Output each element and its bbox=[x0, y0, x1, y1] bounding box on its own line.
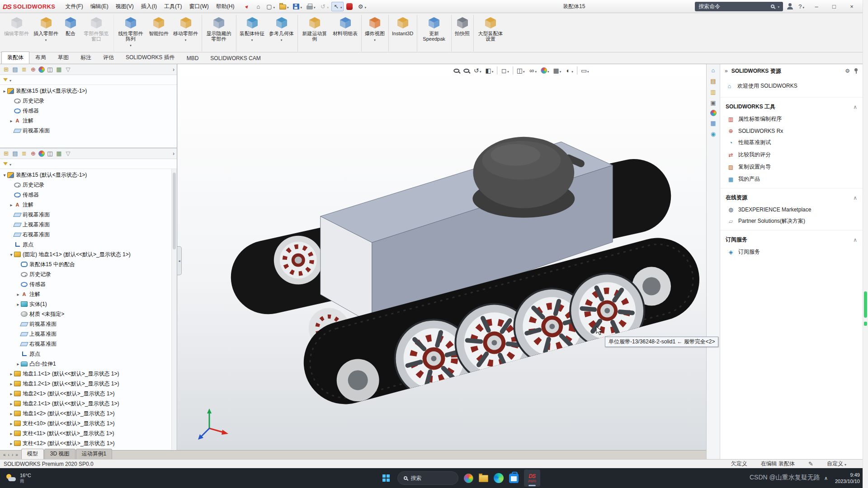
print-icon[interactable] bbox=[305, 2, 317, 11]
ribbon-button[interactable]: Instant3D bbox=[390, 15, 417, 52]
options-gear-icon[interactable]: ⚙ bbox=[355, 2, 368, 11]
feature-manager-icon[interactable]: ⊞ bbox=[2, 150, 10, 157]
scrollbar-thumb[interactable] bbox=[864, 291, 867, 318]
tree-item[interactable]: 原点 bbox=[0, 349, 177, 359]
collapse-section-icon[interactable]: ∧ bbox=[853, 195, 857, 201]
taskpane-item[interactable]: ◔ 性能基准测试 bbox=[720, 136, 863, 149]
menu-item[interactable]: 窗口(W) bbox=[185, 0, 212, 13]
tree-item[interactable]: 传感器 bbox=[0, 190, 177, 200]
scrollbar-thumb[interactable] bbox=[173, 173, 176, 249]
menu-item[interactable]: 工具(T) bbox=[160, 0, 185, 13]
collapse-taskpane-icon[interactable]: » bbox=[725, 68, 728, 74]
tree-item[interactable]: 右视基准面 bbox=[0, 230, 177, 239]
select-arrow-icon[interactable]: ↖ bbox=[331, 2, 344, 11]
expand-arrow-icon[interactable]: ▸ bbox=[9, 411, 14, 416]
save-icon[interactable] bbox=[291, 2, 304, 11]
expand-arrow-icon[interactable]: ▸ bbox=[15, 302, 21, 307]
tree-item[interactable]: ▸ 地盘2.1<1> (默认<<默认>_显示状态 1>) bbox=[0, 399, 177, 408]
file-explorer-icon[interactable] bbox=[479, 475, 488, 482]
ribbon-button[interactable]: 大型装配体设置 bbox=[475, 15, 506, 52]
ribbon-button[interactable]: 参考几何体 bbox=[267, 15, 298, 52]
filter-icon[interactable] bbox=[3, 78, 8, 81]
tree-item[interactable]: 传感器 bbox=[0, 106, 177, 116]
command-tab[interactable]: 标注 bbox=[75, 52, 97, 64]
tree-item[interactable]: ▸ 注解 bbox=[0, 116, 177, 126]
last-tab-icon[interactable]: » bbox=[15, 452, 18, 457]
pane-display-icon[interactable]: ◫ bbox=[46, 150, 54, 157]
search-icon[interactable] bbox=[771, 5, 774, 8]
tree-item[interactable]: ▸ 注解 bbox=[0, 200, 177, 210]
tree-item[interactable]: 上视基准面 bbox=[0, 329, 177, 339]
tree-item[interactable]: 原点 bbox=[0, 239, 177, 249]
pane-display-icon[interactable]: ◫ bbox=[46, 66, 54, 73]
command-tab[interactable]: SOLIDWORKS 插件 bbox=[120, 52, 181, 64]
user-account-icon[interactable] bbox=[786, 3, 793, 10]
taskbar-clock[interactable]: 9:49 2023/10/10 bbox=[835, 472, 860, 484]
expand-arrow-icon[interactable]: ▸ bbox=[15, 361, 21, 366]
prev-tab-icon[interactable]: ‹ bbox=[8, 452, 9, 457]
assembly-3d-model[interactable] bbox=[178, 64, 706, 450]
display-manager-icon[interactable] bbox=[38, 150, 45, 157]
tree-item[interactable]: ▸ 地盘2<1> (默认<<默认>_显示状态 1>) bbox=[0, 389, 177, 399]
pin-icon[interactable] bbox=[854, 68, 858, 74]
configuration-manager-icon[interactable]: ≣ bbox=[20, 150, 28, 157]
taskpane-item[interactable]: ◈ 订阅服务 bbox=[720, 246, 863, 258]
expand-arrow-icon[interactable]: ▸ bbox=[15, 292, 21, 297]
new-document-icon[interactable]: ▢ bbox=[264, 2, 277, 11]
hide-show-items-icon[interactable]: ∞ bbox=[527, 66, 539, 75]
next-tab-icon[interactable]: › bbox=[12, 452, 13, 457]
command-tab[interactable]: 草图 bbox=[52, 52, 75, 64]
first-tab-icon[interactable]: « bbox=[3, 452, 6, 457]
expand-arrow-icon[interactable]: ▸ bbox=[9, 371, 14, 376]
model-tab[interactable]: 运动算例1 bbox=[76, 449, 113, 459]
command-tab[interactable]: 评估 bbox=[97, 52, 120, 64]
command-tab[interactable]: 布局 bbox=[29, 52, 52, 64]
taskpane-item[interactable]: ▦ 我的产品 bbox=[720, 173, 863, 185]
tree-item[interactable]: 历史记录 bbox=[0, 96, 177, 106]
collapse-section-icon[interactable]: ∧ bbox=[853, 104, 857, 110]
menu-item[interactable]: 编辑(E) bbox=[87, 0, 112, 13]
hud-button[interactable] bbox=[513, 66, 513, 75]
maximize-button[interactable]: □ bbox=[827, 0, 841, 13]
scene-icon[interactable]: ▦ bbox=[55, 150, 63, 157]
ribbon-button[interactable]: 装配体特征 bbox=[237, 15, 267, 52]
tree-item[interactable]: ▸ 地盘1.1<1> (默认<<默认>_显示状态 1>) bbox=[0, 369, 177, 379]
dimxpert-manager-icon[interactable]: ⊕ bbox=[29, 66, 37, 73]
ribbon-button[interactable]: 显示隐藏的零部件 bbox=[203, 15, 236, 52]
tree-item[interactable]: 前视基准面 bbox=[0, 126, 177, 136]
home-icon[interactable]: ⌂ bbox=[709, 66, 717, 74]
expand-arrow-icon[interactable]: ▾ bbox=[9, 252, 14, 257]
display-style-icon[interactable]: ◫ bbox=[515, 66, 527, 75]
start-button[interactable] bbox=[380, 472, 392, 484]
menu-item[interactable]: 文件(F) bbox=[61, 0, 86, 13]
custom-properties-icon[interactable]: ▦ bbox=[709, 119, 717, 127]
undo-icon[interactable]: ↺ bbox=[318, 2, 330, 11]
tree-item[interactable]: 历史记录 bbox=[0, 180, 177, 190]
taskpane-options-gear-icon[interactable]: ⚙ bbox=[845, 68, 850, 74]
expand-arrow-icon[interactable]: ▸ bbox=[2, 89, 7, 94]
home-icon[interactable]: ⌂ bbox=[253, 2, 263, 11]
tree-scrollbar[interactable] bbox=[171, 169, 177, 450]
expand-arrow-icon[interactable]: ▾ bbox=[2, 173, 7, 178]
taskpane-item[interactable]: ▱ Partner Solutions(解决方案) bbox=[720, 215, 863, 227]
command-search-box[interactable]: 搜索命令 bbox=[695, 2, 783, 11]
zoom-area-icon[interactable] bbox=[462, 68, 471, 74]
scene-icon[interactable]: ▦ bbox=[55, 66, 63, 73]
taskpane-item[interactable]: ⊕ SOLIDWORKS Rx bbox=[720, 125, 863, 136]
expand-arrow-icon[interactable]: ▸ bbox=[9, 202, 14, 207]
tree-filter-icon[interactable]: ▽ bbox=[64, 150, 72, 157]
tree-item[interactable]: ▾ (固定) 地盘1<1> (默认<<默认>_显示状态 1>) bbox=[0, 249, 177, 259]
ribbon-button[interactable]: 更新Speedpak bbox=[418, 15, 452, 52]
menu-item[interactable]: 插入(I) bbox=[137, 0, 160, 13]
ribbon-button[interactable]: 拍快照 bbox=[453, 15, 474, 52]
apply-scene-icon[interactable]: ▦ bbox=[552, 66, 563, 75]
collapse-tree-pane-handle[interactable] bbox=[177, 246, 182, 275]
property-manager-icon[interactable]: ▤ bbox=[11, 66, 19, 73]
taskpane-item[interactable]: ▥ 属性标签编制程序 bbox=[720, 113, 863, 125]
ribbon-button[interactable]: 配合 bbox=[61, 15, 80, 52]
ribbon-button[interactable]: 新建运动算例 bbox=[299, 15, 330, 52]
rocket-icon[interactable]: ▲ bbox=[242, 2, 252, 10]
collapse-section-icon[interactable]: ∧ bbox=[853, 237, 857, 243]
pane-lock-icon[interactable]: ◉ bbox=[709, 130, 717, 138]
design-library-icon[interactable]: ▤ bbox=[709, 77, 717, 85]
